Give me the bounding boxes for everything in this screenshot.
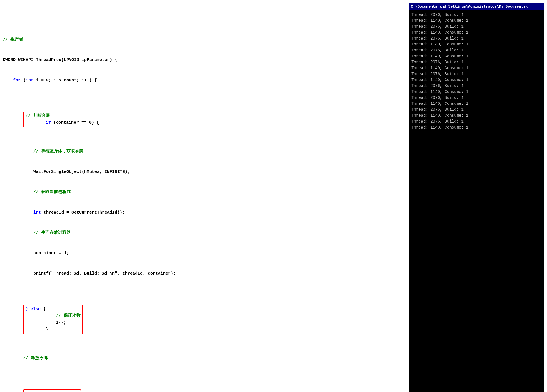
producer-box2: } else { // 保证次数 i--; }: [3, 304, 403, 335]
console-line: Thread: 1140, Consume: 1: [411, 101, 541, 107]
console-line: Thread: 1140, Consume: 1: [411, 89, 541, 95]
producer-wait: WaitForSingleObject(hMutex, INFINITE);: [3, 169, 403, 175]
console-line: Thread: 1140, Consume: 1: [411, 42, 541, 47]
producer-tid: int threadId = GetCurrentThreadId();: [3, 209, 403, 216]
console-line: Thread: 1140, Consume: 1: [411, 65, 541, 71]
console-line: Thread: 2076, Build: 1: [411, 71, 541, 77]
producer-highlight-box2: } else { // 保证次数 i--; }: [23, 305, 83, 334]
console-body: Thread: 2076, Build: 1Thread: 1140, Cons…: [409, 10, 544, 132]
console-line: Thread: 2076, Build: 1: [411, 107, 541, 113]
code-panel: // 生产者 DWORD WINAPI ThreadProc(LPVOID lp…: [3, 3, 403, 392]
console-line: Thread: 1140, Consume: 1: [411, 77, 541, 83]
producer-for: for (int i = 0; i < count; i++) {: [3, 77, 403, 84]
console-line: Thread: 1140, Consume: 1: [411, 125, 541, 130]
console-titlebar: C:\Documents and Settings\Administrator\…: [409, 3, 544, 10]
console-line: Thread: 2076, Build: 1: [411, 119, 541, 125]
code-block: // 生产者 DWORD WINAPI ThreadProc(LPVOID lp…: [3, 16, 403, 392]
console-line: Thread: 2076, Build: 1: [411, 59, 541, 65]
console-title: C:\Documents and Settings\Administrator\…: [411, 5, 528, 9]
console-line: Thread: 1140, Consume: 1: [411, 53, 541, 59]
console-line: Thread: 2076, Build: 1: [411, 36, 541, 42]
console-panel: C:\Documents and Settings\Administrator\…: [409, 3, 544, 392]
producer-set: container = 1;: [3, 250, 403, 257]
producer-highlight-box1: // 判断容器 if (container == 0) {: [23, 112, 101, 127]
producer-release-box: ReleaseMutex(hMutex);: [3, 389, 403, 392]
console-line: Thread: 1140, Consume: 1: [411, 18, 541, 24]
producer-comment: // 生产者: [3, 36, 403, 43]
console-line: Thread: 2076, Build: 1: [411, 24, 541, 30]
producer-set-comment: // 生产存放进容器: [3, 230, 403, 236]
producer-box1: // 判断容器 if (container == 0) {: [3, 111, 403, 128]
producer-tid-comment: // 获取当前进程ID: [3, 189, 403, 196]
console-line: Thread: 2076, Build: 1: [411, 95, 541, 101]
producer-func: DWORD WINAPI ThreadProc(LPVOID lpParamet…: [3, 57, 403, 64]
producer-release-comment: // 释放令牌: [3, 355, 403, 362]
producer-wait-comment: // 等待互斥体，获取令牌: [3, 148, 403, 155]
console-line: Thread: 2076, Build: 1: [411, 47, 541, 53]
producer-release-highlight: ReleaseMutex(hMutex);: [23, 389, 81, 392]
console-line: Thread: 2076, Build: 1: [411, 83, 541, 89]
console-line: Thread: 2076, Build: 1: [411, 12, 541, 18]
producer-printf: printf("Thread: %d, Build: %d \n", threa…: [3, 270, 403, 277]
console-line: Thread: 1140, Consume: 1: [411, 113, 541, 119]
console-line: Thread: 1140, Consume: 1: [411, 30, 541, 36]
